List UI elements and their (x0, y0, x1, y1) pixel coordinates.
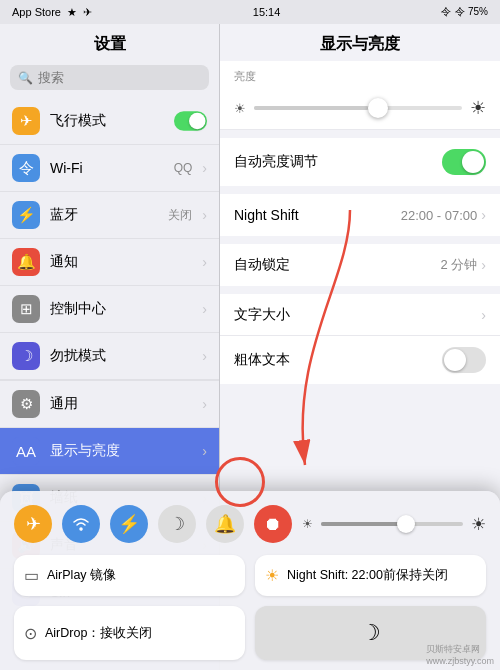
brightness-slider-fill (254, 106, 368, 110)
auto-lock-row[interactable]: 自动锁定 2 分钟 › (220, 244, 500, 286)
display-chevron: › (202, 443, 207, 459)
sidebar-item-general[interactable]: ⚙ 通用 › (0, 381, 219, 428)
status-bar-left: App Store ★ ✈ (12, 6, 92, 19)
right-panel-title: 显示与亮度 (220, 24, 500, 61)
sidebar-item-control-center[interactable]: ⊞ 控制中心 › (0, 286, 219, 333)
auto-lock-section: 自动锁定 2 分钟 › (220, 244, 500, 286)
night-shift-cc-label: Night Shift: 22:00前保持关闭 (287, 567, 448, 584)
cc-brightness-low-icon: ☀ (302, 517, 313, 531)
cc-buttons-row2: ⊙ AirDrop：接收关闭 ☽ (14, 606, 486, 660)
sidebar-item-display[interactable]: AA 显示与亮度 › (0, 428, 219, 475)
airplay-button[interactable]: ▭ AirPlay 镜像 (14, 555, 245, 596)
auto-brightness-label: 自动亮度调节 (234, 153, 442, 171)
cc-airplane-icon[interactable]: ✈ (14, 505, 52, 543)
night-shift-label: Night Shift (234, 207, 401, 223)
sidebar-item-label-control: 控制中心 (50, 300, 192, 318)
text-size-label: 文字大小 (234, 306, 481, 324)
app-store-label: App Store (12, 6, 61, 18)
bold-text-row[interactable]: 粗体文本 (220, 336, 500, 384)
notification-chevron: › (202, 254, 207, 270)
general-sidebar-icon: ⚙ (12, 390, 40, 418)
sidebar-item-label-bluetooth: 蓝牙 (50, 206, 158, 224)
sidebar-item-notification[interactable]: 🔔 通知 › (0, 239, 219, 286)
sidebar-item-label-airplane: 飞行模式 (50, 112, 153, 130)
cc-wifi-icon[interactable] (62, 505, 100, 543)
sidebar-item-label-dnd: 勿扰模式 (50, 347, 192, 365)
status-bar-time: 15:14 (253, 6, 281, 18)
sidebar-item-label-wifi: Wi-Fi (50, 160, 164, 176)
airplane-icon: ✈ (12, 107, 40, 135)
auto-lock-chevron: › (481, 257, 486, 273)
bold-text-toggle[interactable] (442, 347, 486, 373)
night-shift-chevron: › (481, 207, 486, 223)
wifi-chevron: › (202, 160, 207, 176)
status-bar: App Store ★ ✈ 15:14 令 令 75% (0, 0, 500, 24)
night-shift-cc-icon: ☀ (265, 566, 279, 585)
control-chevron: › (202, 301, 207, 317)
wifi-badge: QQ (174, 161, 193, 175)
cc-slider-fill (321, 522, 406, 526)
wifi-sidebar-icon: 令 (12, 154, 40, 182)
airdrop-button[interactable]: ⊙ AirDrop：接收关闭 (14, 606, 245, 660)
cc-brightness-row: ☀ ☀ (302, 514, 486, 535)
auto-lock-label: 自动锁定 (234, 256, 440, 274)
brightness-row: ☀ ☀ (220, 87, 500, 130)
night-shift-cc-button[interactable]: ☀ Night Shift: 22:00前保持关闭 (255, 555, 486, 596)
cc-brightness-high-icon: ☀ (471, 514, 486, 535)
dnd-chevron: › (202, 348, 207, 364)
cc-slider-thumb[interactable] (397, 515, 415, 533)
auto-brightness-row[interactable]: 自动亮度调节 (220, 138, 500, 186)
airplay-label: AirPlay 镜像 (47, 567, 116, 584)
general-chevron: › (202, 396, 207, 412)
auto-brightness-toggle[interactable] (442, 149, 486, 175)
night-shift-section: Night Shift 22:00 - 07:00 › (220, 194, 500, 236)
auto-brightness-knob (462, 151, 484, 173)
notification-sidebar-icon: 🔔 (12, 248, 40, 276)
brightness-section: 亮度 ☀ ☀ (220, 61, 500, 130)
cc-moon-icon[interactable]: ☽ (158, 505, 196, 543)
sidebar-item-airplane[interactable]: ✈ 飞行模式 (0, 98, 219, 145)
auto-lock-value: 2 分钟 (440, 256, 477, 274)
night-shift-row[interactable]: Night Shift 22:00 - 07:00 › (220, 194, 500, 236)
battery-label: 令 75% (455, 5, 488, 19)
cc-buttons-row: ▭ AirPlay 镜像 ☀ Night Shift: 22:00前保持关闭 (14, 555, 486, 596)
bluetooth-chevron: › (202, 207, 207, 223)
control-center-sidebar-icon: ⊞ (12, 295, 40, 323)
moon-cc-btn-icon: ☽ (361, 620, 381, 646)
airplay-icon: ▭ (24, 566, 39, 585)
brightness-low-icon: ☀ (234, 101, 246, 116)
status-bar-right: 令 令 75% (441, 5, 488, 19)
sidebar-item-dnd[interactable]: ☽ 勿扰模式 › (0, 333, 219, 380)
wifi-status-icon: 令 (441, 5, 451, 19)
cc-bluetooth-icon[interactable]: ⚡ (110, 505, 148, 543)
brightness-high-icon: ☀ (470, 97, 486, 119)
night-shift-value: 22:00 - 07:00 (401, 208, 478, 223)
brightness-slider-track[interactable] (254, 106, 462, 110)
signal-icon: ★ (67, 6, 77, 19)
brightness-slider-thumb[interactable] (368, 98, 388, 118)
brightness-label: 亮度 (220, 61, 500, 87)
sidebar-item-wifi[interactable]: 令 Wi-Fi QQ › (0, 145, 219, 192)
control-center: ✈ ⚡ ☽ 🔔 ⏺ ☀ ☀ ▭ AirPlay 镜像 ☀ Night Shift… (0, 491, 500, 670)
cc-bell-icon[interactable]: 🔔 (206, 505, 244, 543)
cc-slider-track[interactable] (321, 522, 463, 526)
text-size-row[interactable]: 文字大小 › (220, 294, 500, 336)
display-sidebar-icon: AA (12, 437, 40, 465)
search-input[interactable] (38, 70, 201, 85)
sidebar-item-label-display: 显示与亮度 (50, 442, 192, 460)
search-bar[interactable]: 🔍 (10, 65, 209, 90)
bluetooth-badge: 关闭 (168, 207, 192, 224)
cc-record-icon[interactable]: ⏺ (254, 505, 292, 543)
sidebar-title: 设置 (0, 24, 219, 61)
auto-brightness-section: 自动亮度调节 (220, 138, 500, 186)
sidebar-item-bluetooth[interactable]: ⚡ 蓝牙 关闭 › (0, 192, 219, 239)
airplane-toggle-knob (189, 113, 206, 130)
airdrop-icon: ⊙ (24, 624, 37, 643)
dnd-sidebar-icon: ☽ (12, 342, 40, 370)
bluetooth-sidebar-icon: ⚡ (12, 201, 40, 229)
cc-icons-row: ✈ ⚡ ☽ 🔔 ⏺ ☀ ☀ (14, 505, 486, 543)
watermark: 贝斯特安卓网www.zjbstyy.com (426, 643, 494, 666)
airdrop-label: AirDrop：接收关闭 (45, 625, 152, 642)
sidebar-item-label-general: 通用 (50, 395, 192, 413)
airplane-toggle[interactable] (174, 111, 207, 131)
